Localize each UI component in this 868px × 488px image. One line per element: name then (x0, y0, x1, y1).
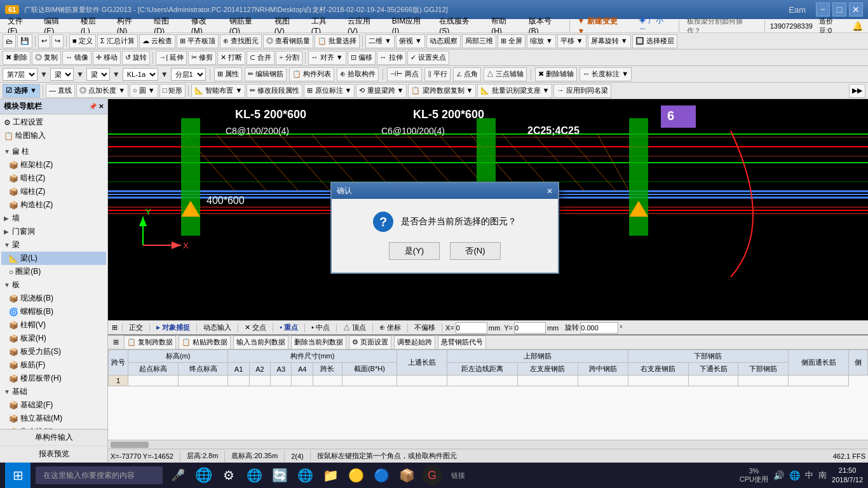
define-button[interactable]: ■ 定义 (69, 34, 96, 48)
snap-intersection[interactable]: ✕ 交点 (241, 322, 269, 333)
taskbar-package-icon[interactable]: 📦 (397, 465, 417, 485)
tree-slab-beam[interactable]: 📦 板梁(H) (1, 332, 106, 345)
2d-view-button[interactable]: 二维 ▼ (365, 34, 395, 48)
edit-rebar-button[interactable]: ✏ 编辑钢筋 (245, 67, 287, 81)
cell-1-2[interactable] (178, 376, 228, 386)
pick-comp-button[interactable]: ⊕ 拾取构件 (337, 67, 379, 81)
tree-column-cap[interactable]: 📦 柱帽(V) (1, 318, 106, 332)
tree-foundation-group[interactable]: ▼ 基础 (1, 385, 106, 398)
scrollbar-thumb[interactable] (111, 442, 149, 448)
redo-button[interactable]: ↪ (51, 34, 64, 48)
tree-spiral-slab[interactable]: 🌀 螺帽板(B) (1, 305, 106, 318)
dialog-no-button[interactable]: 否(N) (450, 242, 501, 260)
line-button[interactable]: — 直线 (46, 84, 75, 98)
snap-coords[interactable]: ⊕ 坐标 (376, 322, 404, 333)
snap-midpoint[interactable]: • 重点 (276, 322, 301, 333)
mirror-button[interactable]: ↔ 镜像 (62, 51, 92, 65)
extend-button[interactable]: →| 延伸 (156, 51, 187, 65)
tree-slab-bar[interactable]: 📦 板筋(F) (1, 358, 106, 372)
calculate-button[interactable]: Σ 汇总计算 (97, 34, 138, 48)
align-button[interactable]: ↔ 对齐 ▼ (308, 51, 346, 65)
member-subtype-select[interactable]: 梁 (86, 68, 110, 81)
two-points-button[interactable]: ⊣⊢ 两点 (387, 67, 422, 81)
tree-cast-slab[interactable]: 📦 现浇板(B) (1, 292, 106, 305)
split-button[interactable]: ÷ 分割 (276, 51, 302, 65)
tree-frame-column[interactable]: 📦 框架柱(Z) (1, 158, 106, 172)
open-button[interactable]: 🗁 (3, 34, 16, 48)
level-select[interactable]: 分层1 (171, 68, 206, 81)
circle-button[interactable]: ○ 圆 ▼ (130, 84, 158, 98)
x-input[interactable] (456, 322, 487, 334)
identify-support-button[interactable]: 📐 批量识别梁支座 ▼ (477, 84, 552, 98)
tree-found-beam[interactable]: 📦 基础梁(F) (1, 398, 106, 412)
left-expand-icon[interactable]: ⊞ (111, 337, 121, 348)
original-label-button[interactable]: ⊞ 原位标注 ▼ (304, 84, 355, 98)
fullscreen-button[interactable]: ⊞ 全屏 (498, 34, 526, 48)
taskbar-g-icon[interactable]: G (422, 465, 442, 485)
rotate-input[interactable] (580, 322, 618, 334)
close-button[interactable]: ✕ (849, 3, 863, 17)
tree-short-column[interactable]: 📦 暗柱(Z) (1, 172, 106, 185)
point-length-button[interactable]: ◎ 点加长度 ▼ (76, 84, 128, 98)
taskbar-mic-icon[interactable]: 🎤 (168, 465, 188, 485)
tree-drawing-input[interactable]: 📋 绘图输入 (1, 129, 106, 142)
tree-slab-group[interactable]: ▼ 板 (1, 278, 106, 292)
beam-id-select[interactable]: KL-1a (123, 68, 158, 81)
snap-center[interactable]: • 中点 (308, 322, 333, 333)
batch-select-button[interactable]: 📋 批量选择 (315, 34, 360, 48)
dynamic-view-button[interactable]: 动态观察 (426, 34, 461, 48)
adjust-start-button[interactable]: 调整起始跨 (394, 336, 435, 349)
report-preview-button[interactable]: 报表预览 (0, 446, 107, 463)
cell-1-1[interactable] (128, 376, 179, 386)
start-button[interactable]: ⊞ (5, 463, 31, 488)
cell-1-8[interactable] (342, 376, 397, 386)
delete-col-button[interactable]: 删除当前列数据 (291, 336, 346, 349)
trim-button[interactable]: ✂ 修剪 (188, 51, 216, 65)
taskbar-yellow-icon[interactable]: 🟡 (346, 465, 366, 485)
dialog-close-icon[interactable]: ✕ (546, 187, 553, 196)
paste-span-button[interactable]: 📋 粘贴跨数据 (179, 336, 231, 349)
dialog-yes-button[interactable]: 是(Y) (389, 242, 440, 260)
taskbar-folder-icon[interactable]: 📁 (320, 465, 341, 485)
taskbar-gear-icon[interactable]: ⚙ (219, 465, 239, 485)
merge-button[interactable]: ⊂ 合并 (247, 51, 275, 65)
taskbar-edge2-icon[interactable]: 🌐 (295, 465, 315, 485)
toolbar3-more[interactable]: ▶▶ (849, 84, 865, 98)
modify-span-button[interactable]: ✏ 修改段段属性 (247, 84, 302, 98)
view-rebar-button[interactable]: ◎ 查看钢筋量 (263, 34, 313, 48)
tree-floor-strip[interactable]: 📦 楼层板带(H) (1, 372, 106, 385)
offset-button[interactable]: ⊡ 偏移 (348, 51, 376, 65)
snap-orthogonal[interactable]: 正交 (126, 322, 146, 333)
cell-1-6[interactable] (292, 376, 313, 386)
single-input-button[interactable]: 单构件输入 (0, 430, 107, 446)
cloud-check-button[interactable]: ☁ 云检查 (139, 34, 175, 48)
tree-slab-rebar[interactable]: 📦 板受力筋(S) (1, 345, 106, 358)
tree-beam-l[interactable]: 📐 梁(L) (1, 252, 106, 265)
cell-1-5[interactable] (271, 376, 292, 386)
rect-button[interactable]: □ 矩形 (159, 84, 186, 98)
search-box[interactable]: 在这里输入你要搜索的内容 (36, 466, 163, 484)
cell-1-16[interactable] (789, 376, 849, 386)
tree-project-settings[interactable]: ⚙ 工程设置 (1, 116, 106, 129)
table-scrollbar[interactable] (108, 440, 868, 449)
screen-rotate-button[interactable]: 屏幕旋转 ▼ (588, 34, 631, 48)
maximize-button[interactable]: □ (832, 3, 846, 17)
snap-vertex[interactable]: △ 顶点 (340, 322, 369, 333)
select-button[interactable]: ☑ 选择 ▼ (3, 84, 40, 98)
apply-same-beam-button[interactable]: → 应用到同名梁 (553, 84, 611, 98)
stretch-button[interactable]: ↔ 拉伸 (377, 51, 406, 65)
length-label-button[interactable]: ↔ 长度标注 ▼ (580, 67, 632, 81)
attr-button[interactable]: ⊞ 属性 (214, 67, 242, 81)
tree-wall-group[interactable]: ▶ 墙 (1, 212, 106, 225)
tree-column-group[interactable]: ▼ 🏛 柱 (1, 145, 106, 158)
taskbar-volume-icon[interactable]: 🔊 (773, 470, 784, 480)
cell-1-11[interactable] (517, 376, 578, 386)
break-button[interactable]: ✕ 打断 (217, 51, 245, 65)
point-angle-button[interactable]: ∠ 点角 (453, 67, 481, 81)
tree-end-column[interactable]: 📦 端柱(Z) (1, 185, 106, 198)
taskbar-globe1-icon[interactable]: 🌐 (193, 465, 214, 485)
cell-1-12[interactable] (578, 376, 628, 386)
copy-button[interactable]: ◎ 复制 (32, 51, 61, 65)
canvas-wrapper[interactable]: KL-5 200*600 KL-5 200*600 C8@100/200(4) … (108, 99, 868, 320)
zoom-button[interactable]: 缩放 ▼ (527, 34, 556, 48)
